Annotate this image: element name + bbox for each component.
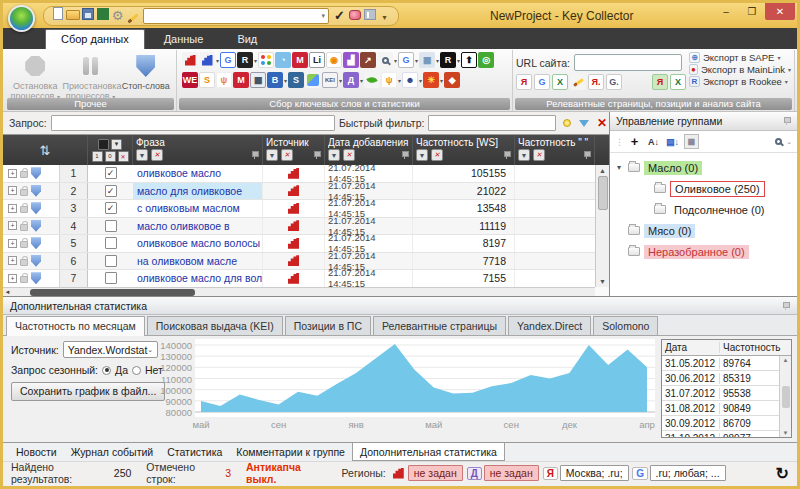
table-row[interactable]: +3✓с оливковым маслом21.07.2014 14:45:15… <box>3 200 595 218</box>
sun-icon[interactable]: ☀▾ <box>423 72 443 88</box>
stats-tab-2[interactable]: Поисковая выдача (KEI) <box>147 316 283 335</box>
seasonal-yes-radio[interactable] <box>102 366 111 375</box>
clear-filter-icon[interactable]: ✕ <box>533 149 545 161</box>
check-zero-icon[interactable]: 0 <box>105 151 116 162</box>
table-row[interactable]: +4масло оливковое в21.07.2014 14:45:1511… <box>3 218 595 236</box>
pin-icon[interactable] <box>583 151 591 159</box>
clear-filter-icon[interactable]: ✕ <box>431 149 443 161</box>
search-suggest-icon[interactable]: ▾ <box>377 52 397 68</box>
toolbar-menu-icon[interactable]: ▾ <box>377 10 392 24</box>
query-input[interactable] <box>51 115 335 131</box>
stats-tab-6[interactable]: Solomono <box>593 316 658 335</box>
freq-col-date[interactable]: Дата <box>662 342 720 353</box>
liveinternet-icon[interactable]: Li <box>309 52 325 68</box>
horizontal-scrollbar[interactable]: ◄ <box>3 287 595 296</box>
pin-icon[interactable] <box>503 151 511 159</box>
bottom-tab-3[interactable]: Статистика <box>160 443 229 461</box>
pin-icon[interactable] <box>401 151 409 159</box>
kei-icon[interactable]: KEI▾ <box>322 72 342 88</box>
mail-icon[interactable]: M <box>233 72 249 88</box>
apply-filter-icon[interactable] <box>578 116 592 130</box>
apply-check-icon[interactable]: ✓ <box>332 8 347 22</box>
phrase-cell[interactable]: оливковое масло <box>133 165 263 182</box>
map-icon[interactable] <box>305 72 321 88</box>
begun-icon[interactable]: B▾ <box>267 72 287 88</box>
close-button[interactable]: ✕ <box>765 3 795 20</box>
sort-color-icon[interactable]: ▤↓ <box>665 134 680 149</box>
tree-item-label[interactable]: Подсолнечное (0) <box>670 203 769 217</box>
site-url-input[interactable] <box>574 54 682 71</box>
column-header-ws-quoted[interactable]: Частотность " " [WS] ▼✕ <box>515 135 595 165</box>
export-table-icon[interactable] <box>95 7 110 21</box>
leaf-icon[interactable] <box>364 72 380 88</box>
sort-az-icon[interactable]: А↓ <box>646 134 661 149</box>
expand-row-icon[interactable]: + <box>8 186 17 195</box>
column-header-ws[interactable]: Частотность [WS] ▼✕ <box>413 135 515 165</box>
filter-icon[interactable]: ▼ <box>136 149 148 161</box>
paint-bucket-icon[interactable]: ◔ <box>275 52 291 68</box>
tree-item[interactable]: Оливковое (250) <box>614 178 793 199</box>
thumb-up-icon[interactable]: ⬆ <box>461 52 477 68</box>
export-button-1[interactable]: ⊕Экспорт в SAPE▾ <box>689 52 791 63</box>
tree-item[interactable]: Подсолнечное (0) <box>614 199 793 220</box>
seopult-icon[interactable]: S <box>199 72 215 88</box>
trend-chart-icon[interactable]: ↗ <box>360 52 376 68</box>
webeffector-icon[interactable]: WE <box>182 72 198 88</box>
quick-access-combobox[interactable]: ▾ <box>143 8 329 24</box>
row-checkbox[interactable] <box>105 255 117 267</box>
region-item[interactable]: Дне задан <box>467 465 539 481</box>
ribbon-tab-3[interactable]: Вид <box>222 30 272 49</box>
clear-filter-icon[interactable]: ✕ <box>343 149 355 161</box>
purple-chart-icon[interactable]: ▟ <box>343 52 359 68</box>
expand-row-icon[interactable]: + <box>8 221 17 230</box>
tree-expander-icon[interactable]: ▾ <box>614 163 624 172</box>
export-button-2[interactable]: ●Экспорт в MainLink▾ <box>689 64 791 75</box>
row-checkbox[interactable]: ✓ <box>105 167 117 179</box>
refresh-icon[interactable]: ↻ <box>776 464 789 483</box>
yandex-direct-dots-icon[interactable] <box>258 52 274 68</box>
row-checkbox[interactable] <box>105 237 117 249</box>
filter-icon[interactable]: ▼ <box>416 149 428 161</box>
stats-tab-1[interactable]: Частотность по месяцам <box>6 316 145 336</box>
check-one-icon[interactable]: 1 <box>92 151 103 162</box>
wordstat-deep-bars-icon[interactable]: ▾ <box>199 52 219 68</box>
filter-icon[interactable]: ▼ <box>328 149 340 161</box>
filter-icon[interactable]: ▼ <box>518 149 530 161</box>
table-row[interactable]: +5оливковое масло волосы21.07.2014 14:45… <box>3 235 595 253</box>
clear-filter-icon[interactable]: ✕ <box>595 116 609 130</box>
clear-filter-icon[interactable]: ✕ <box>281 149 293 161</box>
filter-icon[interactable]: ▼ <box>266 149 278 161</box>
pause-processes-button[interactable]: Приостановка процессов ▾ <box>63 51 119 96</box>
expand-row-icon[interactable]: + <box>8 239 17 248</box>
row-checkbox[interactable]: ✓ <box>105 185 117 197</box>
hand-icon[interactable]: ψ <box>216 72 232 88</box>
report-icon[interactable] <box>362 7 377 21</box>
check-filter-icon[interactable]: ▼ <box>111 139 122 150</box>
row-checkbox[interactable]: ✓ <box>105 202 117 214</box>
stop-words-button[interactable]: Стоп-слова <box>119 51 174 96</box>
rambler-suggest-icon[interactable]: R▾ <box>440 52 460 68</box>
region-item[interactable]: не задан <box>391 465 463 481</box>
google-ku-icon[interactable]: G. <box>606 74 622 90</box>
direct-budget-icon[interactable]: Д▾ <box>343 72 363 88</box>
freq-col-frequency[interactable]: Частотность <box>720 342 780 353</box>
broom-icon[interactable] <box>570 74 586 90</box>
maximize-button[interactable]: ❒ <box>739 3 765 20</box>
expand-row-icon[interactable]: + <box>8 256 17 265</box>
expand-row-icon[interactable]: + <box>8 274 17 283</box>
tree-item[interactable]: ▾Масло (0) <box>614 157 793 178</box>
ribbon-tab-1[interactable]: Сбор данных <box>45 29 145 49</box>
quick-filter-input[interactable] <box>428 115 555 131</box>
column-header-phrase[interactable]: Фраза ▼✕ <box>133 135 263 165</box>
table-row[interactable]: +6на оливковом масле21.07.2014 14:45:157… <box>3 253 595 271</box>
google-stats-icon[interactable]: G <box>220 52 236 68</box>
counter-icon[interactable]: ▦ <box>684 134 699 149</box>
solomono-icon[interactable]: S <box>288 72 304 88</box>
phrase-cell[interactable]: с оливковым маслом <box>133 200 263 217</box>
column-header-source[interactable]: Источник ▼✕ <box>263 135 325 165</box>
odnoklassniki-icon[interactable]: ◎ <box>478 52 494 68</box>
column-settings-icon[interactable]: ⇅ <box>3 135 88 165</box>
save-chart-button[interactable]: Сохранить график в файл... <box>11 382 165 401</box>
add-group-icon[interactable]: + <box>627 134 642 149</box>
phrase-cell[interactable]: на оливковом масле <box>133 253 263 270</box>
